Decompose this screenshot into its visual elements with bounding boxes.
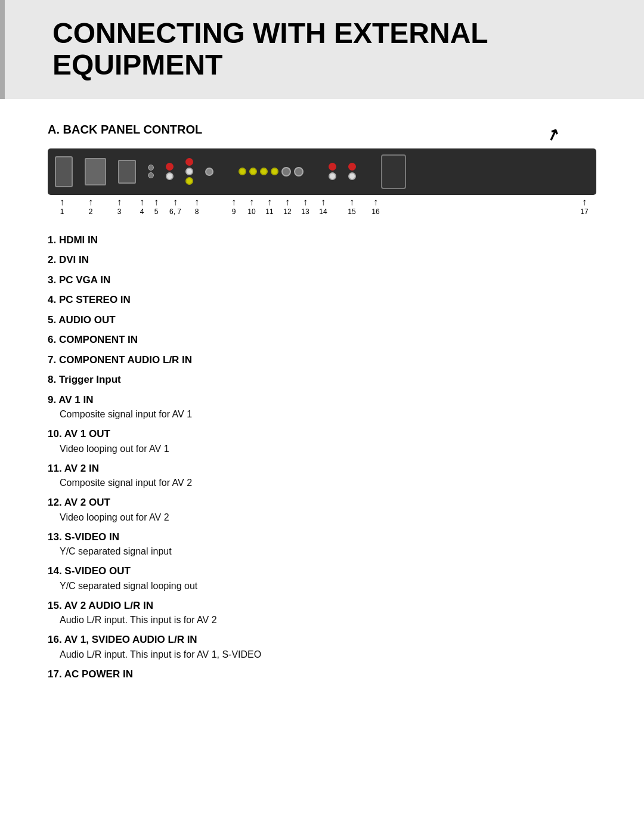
list-item: 7. COMPONENT AUDIO L/R IN [48,352,596,368]
item-6-label: 6. COMPONENT IN [48,332,596,348]
page-title: CONNECTING WITH EXTERNAL EQUIPMENT [52,18,608,81]
item-2-label: 2. DVI IN [48,252,596,268]
list-item: 15. AV 2 AUDIO L/R IN Audio L/R input. T… [48,598,596,628]
item-4-label: 4. PC STEREO IN [48,292,596,308]
item-11-label: 11. AV 2 IN [48,461,596,476]
av2-in [260,168,268,175]
svideo-out [294,167,304,176]
list-item: 2. DVI IN [48,252,596,268]
item-17-label: 17. AC POWER IN [48,667,596,682]
list-item: 13. S-VIDEO IN Y/C separated signal inpu… [48,529,596,559]
arrow-label-row: ↑ 1 ↑ 2 ↑ 3 ↑ 4 ↑ 5 ↑ [48,195,596,216]
item-5-label: 5. AUDIO OUT [48,312,596,328]
dvi-port [85,158,106,185]
item-1-label: 1. HDMI IN [48,233,596,248]
list-item: 16. AV 1, SVIDEO AUDIO L/R IN Audio L/R … [48,632,596,662]
list-item: 14. S-VIDEO OUT Y/C separated signal loo… [48,563,596,593]
item-9-label: 9. AV 1 IN [48,392,596,408]
hdmi-port [55,156,73,187]
item-11-desc: Composite signal input for AV 2 [48,476,596,490]
item-13-desc: Y/C separated signal input [48,544,596,559]
main-content: A. BACK PANEL CONTROL ↗ [0,123,644,682]
audio-out-rca [166,163,174,180]
list-item: 6. COMPONENT IN [48,332,596,348]
section-a-heading: A. BACK PANEL CONTROL [48,123,596,137]
item-7-label: 7. COMPONENT AUDIO L/R IN [48,352,596,368]
av2-audio-rca [329,163,336,180]
back-panel-diagram: ↗ [48,148,596,216]
item-14-label: 14. S-VIDEO OUT [48,563,596,579]
list-item: 10. AV 1 OUT Video looping out for AV 1 [48,426,596,456]
list-item: 4. PC STEREO IN [48,292,596,308]
items-list: 1. HDMI IN 2. DVI IN 3. PC VGA IN 4. PC … [48,233,596,682]
stereo-dot-2 [148,172,154,178]
trigger-port [205,168,213,176]
item-15-label: 15. AV 2 AUDIO L/R IN [48,598,596,614]
list-item: 11. AV 2 IN Composite signal input for A… [48,461,596,491]
av1-in [239,168,246,175]
av1-out [249,168,257,175]
component-rca-y [185,177,193,185]
av1-svideo-audio-rca [348,163,356,180]
item-12-label: 12. AV 2 OUT [48,495,596,510]
list-item: 12. AV 2 OUT Video looping out for AV 2 [48,495,596,525]
power-port [381,154,406,189]
component-rca-r [185,158,193,166]
item-13-label: 13. S-VIDEO IN [48,529,596,545]
item-16-desc: Audio L/R input. This input is for AV 1,… [48,648,596,662]
component-rca-w [185,168,193,175]
item-15-desc: Audio L/R input. This input is for AV 2 [48,613,596,627]
item-10-label: 10. AV 1 OUT [48,426,596,442]
item-16-label: 16. AV 1, SVIDEO AUDIO L/R IN [48,632,596,648]
item-12-desc: Video looping out for AV 2 [48,510,596,525]
item-14-desc: Y/C separated signal looping out [48,579,596,593]
item-8-label: 8. Trigger Input [48,372,596,388]
list-item: 5. AUDIO OUT [48,312,596,328]
list-item: 3. PC VGA IN [48,272,596,288]
item-9-desc: Composite signal input for AV 1 [48,407,596,422]
back-panel-bar [48,148,596,195]
page-header: CONNECTING WITH EXTERNAL EQUIPMENT [0,0,644,99]
list-item: 9. AV 1 IN Composite signal input for AV… [48,392,596,422]
stereo-dot-1 [148,165,154,171]
list-item: 8. Trigger Input [48,372,596,388]
list-item: 1. HDMI IN [48,233,596,248]
list-item: 17. AC POWER IN [48,667,596,682]
av2-out [271,168,278,175]
item-3-label: 3. PC VGA IN [48,272,596,288]
vga-port [118,160,136,184]
svideo-in [281,167,291,176]
item-10-desc: Video looping out for AV 1 [48,442,596,456]
